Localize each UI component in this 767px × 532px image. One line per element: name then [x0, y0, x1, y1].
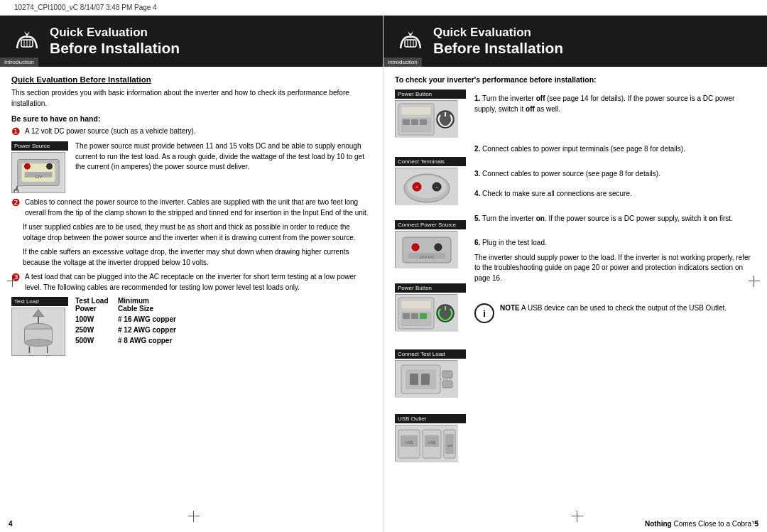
power-source-image-box: Power Source 12V	[11, 141, 68, 193]
col-cable-line2: Cable Size	[118, 305, 153, 313]
svg-rect-52	[403, 313, 410, 319]
power-btn-svg-1	[396, 101, 458, 138]
step-img-label-6: Connect Test Load	[395, 349, 466, 359]
steps-text-col: 1. Turn the inverter off (see page 14 fo…	[474, 89, 756, 467]
note-box: i NOTE A USB device can be used to check…	[474, 303, 756, 323]
cobra-logo-left	[11, 26, 43, 57]
bullet-item-5: ❸ A test load that can be plugged into t…	[11, 272, 371, 293]
file-bar: 10274_CPI1000_vC 8/14/07 3:48 PM Page 4	[0, 0, 767, 16]
svg-text:USB: USB	[406, 440, 413, 445]
col-cable-line1: Minimum	[118, 297, 153, 305]
test-load-svg	[12, 308, 65, 356]
cable-row-1-power: 100W	[75, 314, 118, 325]
cable-row-3-cable: # 8 AWG copper	[118, 335, 172, 346]
section-title: Quick Evaluation Before Installation	[11, 75, 371, 84]
connect-test-load-svg	[396, 361, 458, 398]
step-img-3: 12V DC	[395, 231, 457, 268]
right-header: Quick Evaluation Before Installation Int…	[384, 16, 767, 67]
svg-rect-33	[420, 119, 427, 125]
bullet-dot-5: ❸	[11, 271, 21, 283]
col-power-line1: Test Load	[75, 297, 118, 305]
left-header: Quick Evaluation Before Installation Int…	[0, 16, 383, 67]
step-img-label-2: Connect Terminals	[395, 157, 466, 166]
main-content: Quick Evaluation Before Installation Int…	[0, 16, 767, 532]
step-img-1	[395, 100, 457, 137]
step-3: 3. Connect cables to power source (see p…	[474, 169, 756, 180]
right-page-num: 5	[754, 520, 758, 528]
cable-row-1: 100W # 16 AWG copper	[75, 314, 371, 325]
step-img-2: + −	[395, 168, 457, 205]
svg-rect-61	[442, 371, 452, 378]
cable-row-2-cable: # 12 AWG copper	[118, 325, 176, 335]
left-page-num: 4	[9, 520, 13, 528]
bullet-text-5: A test load that can be plugged into the…	[25, 272, 371, 293]
steps-title: To check your inverter's performance bef…	[395, 75, 756, 84]
svg-rect-54	[420, 313, 427, 319]
step-num-2: 2.	[474, 145, 480, 153]
page-left: Quick Evaluation Before Installation Int…	[0, 16, 384, 532]
step-num-4: 4.	[474, 190, 480, 197]
cable-table: Test Load Power Minimum Cable Size 100W …	[75, 297, 371, 346]
svg-rect-59	[410, 374, 418, 385]
file-bar-text: 10274_CPI1000_vC 8/14/07 3:48 PM Page 4	[14, 4, 157, 11]
step-4: 4. Check to make sure all connections ar…	[474, 189, 756, 200]
step-2: 2. Connect cables to power input termina…	[474, 144, 756, 155]
step-num-5: 5.	[474, 215, 480, 222]
right-header-line2: Before Installation	[433, 40, 563, 57]
svg-rect-32	[411, 119, 418, 125]
test-load-label: Test Load	[11, 297, 68, 306]
cable-row-1-cable: # 16 AWG copper	[118, 314, 176, 325]
right-header-text: Quick Evaluation Before Installation	[433, 26, 563, 57]
svg-rect-50	[401, 300, 431, 309]
svg-point-44	[412, 244, 419, 251]
right-intro-tag: Introduction	[384, 58, 422, 67]
svg-text:+: +	[415, 185, 418, 190]
left-page-body: Quick Evaluation Before Installation Thi…	[0, 67, 383, 364]
step-img-power-btn-1: Power Button	[395, 89, 466, 137]
bullet-dot-2: ❷	[11, 197, 21, 208]
svg-point-9	[47, 163, 53, 169]
text-block-3: If user supplied cables are to be used, …	[23, 222, 371, 243]
svg-rect-53	[411, 313, 418, 319]
steps-layout: Power Button	[395, 89, 756, 467]
svg-point-45	[435, 244, 442, 251]
power-source-row: Power Source 12V	[11, 141, 371, 193]
power-source-img: 12V	[11, 152, 65, 193]
cable-table-header: Test Load Power Minimum Cable Size	[75, 297, 371, 313]
step-img-connect-terminals: Connect Terminals + −	[395, 157, 466, 205]
step-img-power-btn-5: Power Button	[395, 283, 466, 331]
svg-text:USB: USB	[428, 440, 436, 445]
col-power-header: Test Load Power	[75, 297, 118, 313]
left-header-text: Quick Evaluation Before Installation	[50, 26, 180, 57]
bullet-text-1: A 12 volt DC power source (such as a veh…	[25, 126, 196, 137]
right-header-line1: Quick Evaluation	[433, 26, 563, 40]
bullet-item-2: ❷ Cables to connect the power source to …	[11, 197, 371, 218]
note-text: NOTE A USB device can be used to check t…	[500, 303, 727, 314]
test-load-img	[11, 308, 65, 356]
usb-note-section: i NOTE A USB device can be used to check…	[474, 303, 756, 323]
step-num-6: 6.	[474, 239, 480, 246]
right-page-bottom: Nothing Nothing Comes Close to a Cobra™C…	[384, 515, 767, 532]
step-img-usb: USB USB USB	[395, 425, 457, 462]
cable-row-3-power: 500W	[75, 335, 118, 346]
step-6: 6. Plug in the test load.	[474, 238, 756, 249]
step-img-label-5: Power Button	[395, 283, 466, 293]
power-source-desc: The power source must provide between 11…	[75, 141, 371, 173]
step-img-connect-power: Connect Power Source 12V DC	[395, 220, 466, 268]
svg-rect-62	[442, 381, 452, 388]
bullet-item-1: ❶ A 12 volt DC power source (such as a v…	[11, 126, 371, 137]
right-tagline: Nothing Nothing Comes Close to a Cobra™C…	[645, 520, 758, 528]
cable-row-2: 250W # 12 AWG copper	[75, 325, 371, 335]
bullet-text-2: Cables to connect the power source to th…	[25, 197, 371, 218]
step-num-1: 1.	[474, 94, 480, 102]
svg-rect-29	[401, 107, 431, 115]
connect-terminals-svg: + −	[396, 168, 458, 205]
svg-text:USB: USB	[447, 444, 453, 447]
inverter-note: The inverter should supply power to the …	[474, 253, 756, 284]
left-page-bottom: 4	[0, 515, 384, 532]
step-img-label-1: Power Button	[395, 89, 466, 99]
be-sure-title: Be sure to have on hand:	[11, 114, 371, 123]
note-icon: i	[474, 303, 494, 323]
svg-point-17	[25, 340, 53, 347]
step-img-usb: USB Outlet USB USB	[395, 414, 466, 462]
